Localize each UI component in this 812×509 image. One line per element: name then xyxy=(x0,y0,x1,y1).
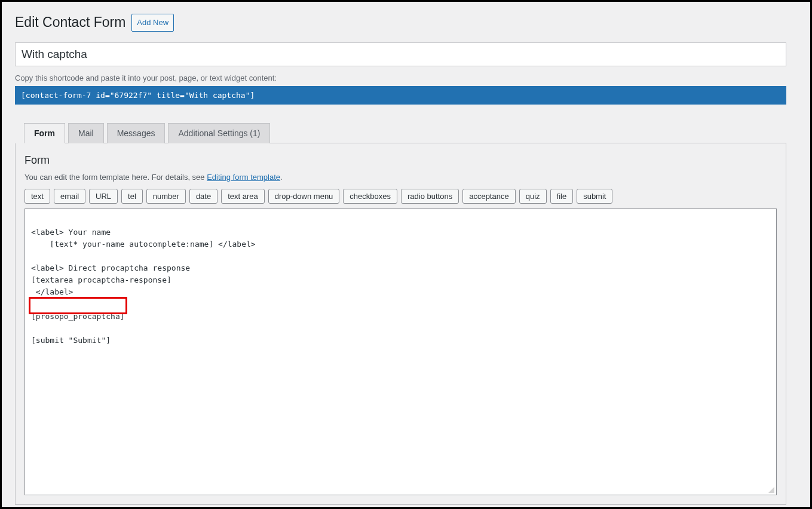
tab-mail[interactable]: Mail xyxy=(68,123,104,143)
editor-line: [text* your-name autocomplete:name] </la… xyxy=(31,240,256,249)
tag-btn-tel[interactable]: tel xyxy=(121,189,143,204)
tab-additional-settings[interactable]: Additional Settings (1) xyxy=(168,123,270,143)
tab-bar: Form Mail Messages Additional Settings (… xyxy=(24,122,786,143)
form-title-input[interactable] xyxy=(15,42,786,67)
form-hint-link[interactable]: Editing form template xyxy=(207,173,280,182)
tab-form[interactable]: Form xyxy=(24,123,65,143)
page-header: Edit Contact Form Add New xyxy=(15,14,786,32)
tag-btn-quiz[interactable]: quiz xyxy=(519,189,547,204)
tag-btn-submit[interactable]: submit xyxy=(577,189,612,204)
editor-line: </label> xyxy=(31,287,73,296)
add-new-button[interactable]: Add New xyxy=(131,14,174,32)
tag-btn-textarea[interactable]: text area xyxy=(221,189,265,204)
tag-btn-file[interactable]: file xyxy=(550,189,574,204)
editor-line: [textarea procaptcha-response] xyxy=(31,275,171,284)
form-hint: You can edit the form template here. For… xyxy=(24,173,777,182)
tag-btn-checkboxes[interactable]: checkboxes xyxy=(343,189,397,204)
form-panel: Form You can edit the form template here… xyxy=(15,143,786,505)
form-hint-suffix: . xyxy=(280,173,283,182)
form-hint-prefix: You can edit the form template here. For… xyxy=(24,173,207,182)
editor-line: <label> Direct procaptcha response xyxy=(31,263,190,272)
tag-btn-email[interactable]: email xyxy=(54,189,85,204)
shortcode-hint-text: Copy this shortcode and paste it into yo… xyxy=(15,73,786,82)
tag-button-row: text email URL tel number date text area… xyxy=(24,189,777,204)
tab-messages[interactable]: Messages xyxy=(107,123,166,143)
tag-btn-date[interactable]: date xyxy=(189,189,217,204)
form-section-heading: Form xyxy=(24,154,777,167)
editor-line: [submit "Submit"] xyxy=(31,336,111,345)
resize-handle-icon[interactable] xyxy=(768,487,774,493)
tag-btn-radio[interactable]: radio buttons xyxy=(401,189,459,204)
editor-line: <label> Your name xyxy=(31,228,111,237)
form-template-editor[interactable]: <label> Your name [text* your-name autoc… xyxy=(24,208,777,495)
tag-btn-text[interactable]: text xyxy=(24,189,50,204)
tag-btn-number[interactable]: number xyxy=(146,189,186,204)
shortcode-display[interactable]: [contact-form-7 id="67922f7" title="With… xyxy=(15,86,786,105)
highlight-annotation: [prosopo_procaptcha] xyxy=(29,297,127,314)
page-title: Edit Contact Form xyxy=(15,14,125,32)
tag-btn-url[interactable]: URL xyxy=(89,189,118,204)
tag-btn-acceptance[interactable]: acceptance xyxy=(462,189,516,204)
tag-btn-dropdown[interactable]: drop-down menu xyxy=(268,189,340,204)
